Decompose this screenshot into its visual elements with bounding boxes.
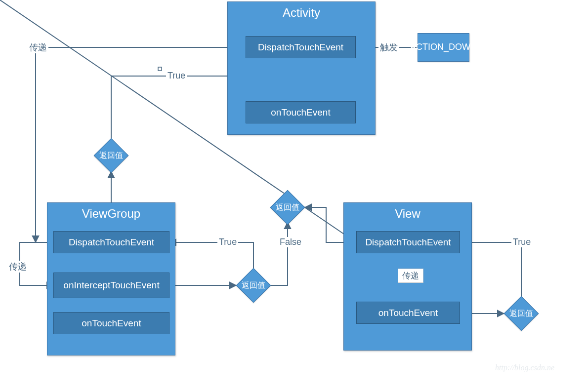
label-true-2: True	[217, 237, 238, 247]
diamond-return-3: 返回值	[236, 268, 271, 303]
viewgroup-title: ViewGroup	[47, 207, 175, 221]
activity-dispatch: DispatchTouchEvent	[246, 36, 356, 58]
diamond-return-2-label: 返回值	[270, 190, 305, 225]
diamond-return-1-label: 返回值	[94, 138, 128, 173]
label-pass-view: 传递	[398, 269, 423, 283]
label-trigger: 触发	[378, 41, 399, 53]
action-down-label: ACTION_DOWN	[410, 42, 477, 52]
label-pass-top: 传递	[28, 41, 48, 53]
diamond-return-1: 返回值	[94, 138, 128, 173]
action-down-box: ACTION_DOWN	[418, 33, 469, 62]
label-true-1: True	[166, 71, 187, 81]
diamond-return-2: 返回值	[270, 190, 305, 225]
view-ontouch: onTouchEvent	[356, 302, 460, 324]
diamond-return-3-label: 返回值	[236, 268, 271, 303]
svg-rect-6	[158, 67, 162, 71]
viewgroup-ontouch: onTouchEvent	[53, 312, 169, 334]
view-dispatch: DispatchTouchEvent	[356, 231, 460, 253]
label-true-3: True	[511, 237, 532, 247]
watermark-text: http://blog.csdn.ne	[495, 363, 554, 372]
label-false-1: False	[278, 237, 303, 247]
view-title: View	[344, 207, 471, 221]
viewgroup-intercept: onInterceptTouchEvent	[53, 273, 169, 298]
label-pass-left: 传递	[7, 261, 28, 273]
diamond-return-4-label: 返回值	[504, 296, 539, 331]
activity-ontouch: onTouchEvent	[246, 101, 356, 123]
diamond-return-4: 返回值	[504, 296, 539, 331]
activity-title: Activity	[228, 6, 375, 20]
viewgroup-dispatch: DispatchTouchEvent	[53, 231, 169, 253]
